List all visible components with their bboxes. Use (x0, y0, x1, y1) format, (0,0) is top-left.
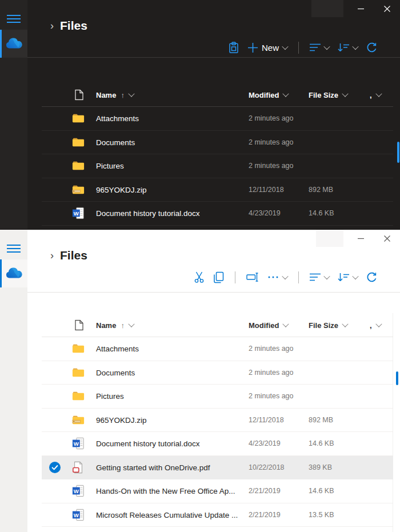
toolbar-divider (235, 271, 235, 283)
chevron-down-icon (342, 90, 348, 97)
file-modified: 4/23/2019 (249, 439, 281, 447)
paste-button[interactable] (228, 42, 239, 54)
column-header-truncated[interactable]: , (370, 321, 381, 329)
check-icon[interactable] (49, 207, 61, 219)
table-row[interactable]: Pictures 2 minutes ago (42, 385, 393, 409)
check-icon[interactable] (49, 113, 61, 124)
cut-button[interactable] (194, 271, 204, 283)
table-row[interactable]: 965YOKDJ.zip 12/11/2018 892 MB (42, 178, 393, 202)
table-row[interactable]: Attachments 2 minutes ago (42, 337, 393, 361)
check-icon[interactable] (49, 367, 61, 378)
sidebar-item-onedrive[interactable] (0, 30, 27, 58)
maximize-button-area[interactable] (316, 230, 343, 247)
table-row[interactable]: W Microsoft Releases Cumulative Update .… (42, 503, 393, 527)
check-icon[interactable] (49, 414, 61, 426)
sort-order-button[interactable] (338, 43, 358, 52)
minimize-button[interactable] (347, 230, 374, 247)
column-header-filesize[interactable]: File Size (309, 321, 347, 329)
view-options-button[interactable] (310, 43, 329, 51)
file-modified: 2 minutes ago (249, 162, 294, 170)
table-row[interactable]: W Document history tutorial.docx 4/23/20… (42, 432, 393, 456)
check-icon[interactable] (49, 390, 61, 402)
table-row[interactable]: W Hands-On with the New Free Office Ap..… (42, 479, 393, 503)
check-icon[interactable] (49, 184, 61, 195)
column-header-filesize[interactable]: File Size (309, 90, 347, 99)
file-name[interactable]: Pictures (96, 392, 124, 401)
rename-button[interactable] (246, 272, 259, 282)
file-modified: 2 minutes ago (249, 392, 294, 400)
sidebar-item-onedrive[interactable] (0, 259, 27, 287)
check-icon[interactable] (49, 438, 61, 449)
check-icon[interactable] (49, 343, 61, 354)
file-size: 13.5 KB (309, 511, 334, 519)
chevron-down-icon (375, 321, 382, 327)
window-controls (347, 230, 400, 247)
file-type-icon (71, 366, 85, 379)
table-row[interactable]: Pictures 2 minutes ago (42, 154, 393, 178)
cut-icon (194, 271, 204, 283)
refresh-icon (366, 272, 377, 283)
file-modified: 2 minutes ago (249, 345, 294, 353)
menu-icon[interactable] (7, 14, 21, 23)
file-name[interactable]: 965YOKDJ.zip (96, 185, 147, 194)
column-header-name[interactable]: Name ↑ (96, 90, 134, 99)
scrollbar-thumb[interactable] (397, 142, 399, 163)
page-title[interactable]: Files (60, 19, 87, 33)
file-name[interactable]: Attachments (96, 345, 139, 353)
check-icon[interactable] (49, 485, 61, 497)
table-row[interactable]: Attachments 2 minutes ago (42, 107, 393, 131)
table-row[interactable]: W Document history tutorial.docx 4/23/20… (42, 202, 393, 226)
breadcrumb-chevron-icon: › (50, 21, 54, 31)
screenshot-stage: › Files New (0, 0, 400, 532)
page-title[interactable]: Files (60, 249, 87, 262)
file-size: 892 MB (309, 416, 333, 424)
refresh-button[interactable] (366, 42, 377, 53)
table-row[interactable]: Getting started with OneDrive.pdf 10/22/… (42, 456, 393, 480)
file-name[interactable]: Document history tutorial.docx (96, 439, 200, 448)
table-row[interactable]: 965YOKDJ.zip 12/11/2018 892 MB (42, 409, 393, 433)
maximize-button-area[interactable] (311, 0, 343, 17)
file-type-icon (71, 111, 85, 125)
scrollbar-track[interactable] (393, 313, 400, 532)
table-row[interactable]: Documents 2 minutes ago (42, 361, 393, 385)
table-row[interactable]: Documents 2 minutes ago (42, 131, 393, 155)
column-header-truncated[interactable]: , (370, 90, 381, 99)
column-header-modified[interactable]: Modified (249, 321, 288, 329)
menu-icon[interactable] (7, 244, 21, 253)
chevron-down-icon (352, 273, 358, 279)
selected-accent-bar (0, 259, 2, 287)
file-name[interactable]: Microsoft Releases Cumulative Update ... (96, 510, 238, 519)
sort-order-button[interactable] (338, 273, 358, 282)
close-button[interactable] (374, 0, 400, 17)
file-list: Name ↑ Modified File Size , (42, 313, 393, 527)
file-name[interactable]: Hands-On with the New Free Office Ap... (96, 487, 235, 495)
file-name[interactable]: Document history tutorial.docx (96, 209, 200, 218)
file-name[interactable]: 965YOKDJ.zip (96, 415, 147, 424)
more-button[interactable] (267, 275, 287, 279)
new-button[interactable]: New (248, 43, 287, 53)
check-icon[interactable] (49, 137, 61, 148)
column-header-name[interactable]: Name ↑ (96, 321, 134, 329)
column-header-modified[interactable]: Modified (249, 90, 288, 99)
check-icon[interactable] (49, 160, 61, 171)
file-name[interactable]: Documents (96, 368, 135, 377)
copy-button[interactable] (213, 271, 224, 283)
file-name[interactable]: Pictures (96, 162, 124, 170)
scrollbar-thumb[interactable] (396, 371, 398, 385)
file-name[interactable]: Getting started with OneDrive.pdf (96, 463, 210, 471)
file-modified: 12/11/2018 (249, 416, 284, 424)
view-options-button[interactable] (310, 273, 329, 281)
check-icon[interactable] (49, 462, 61, 473)
sort-order-icon (338, 43, 349, 52)
refresh-button[interactable] (366, 272, 377, 283)
file-name[interactable]: Documents (96, 138, 135, 146)
breadcrumb: › Files (50, 246, 87, 265)
toolbar (194, 268, 377, 286)
view-options-icon (310, 273, 321, 281)
check-icon[interactable] (49, 509, 61, 521)
rename-icon (246, 272, 259, 282)
file-type-icon (71, 413, 85, 427)
file-name[interactable]: Attachments (96, 114, 139, 123)
minimize-button[interactable] (347, 0, 374, 17)
close-button[interactable] (374, 230, 400, 247)
